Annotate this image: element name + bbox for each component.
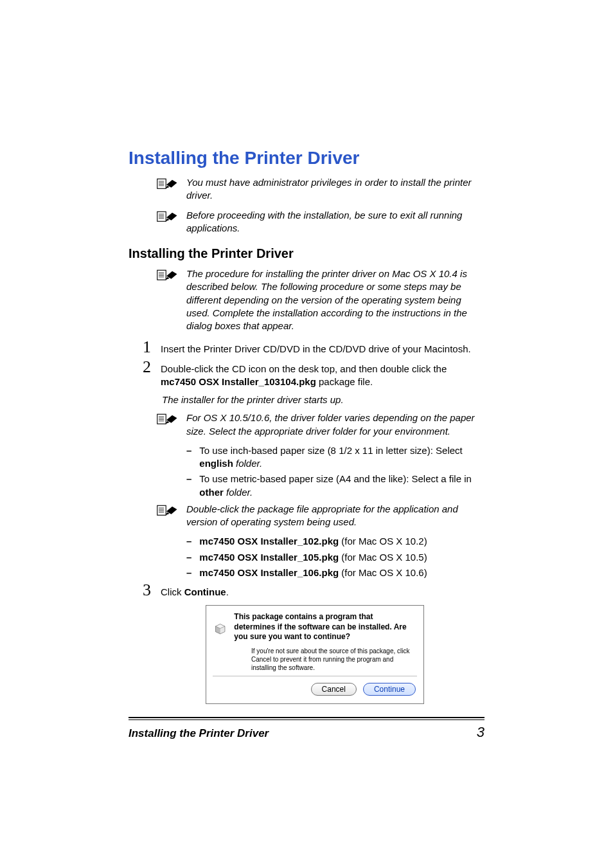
note-icon [157,412,180,425]
note-icon [157,177,180,190]
svg-rect-0 [157,179,166,188]
footer: Installing the Printer Driver 3 [129,717,484,741]
bullet-inch-bold: english [199,458,233,469]
pkg-102-post: (for Mac OS X 10.2) [339,536,427,547]
step-2-post: package file. [316,376,373,387]
bullet-dash: – [186,444,191,457]
note-procedure-text: The procedure for installing the printer… [186,267,484,332]
pkg-106-post: (for Mac OS X 10.6) [339,567,427,578]
step-3-pre: Click [161,586,184,597]
cancel-button[interactable]: Cancel [311,683,357,696]
footer-title: Installing the Printer Driver [129,727,269,740]
step-2: 2 Double-click the CD icon on the desk t… [143,359,484,389]
dialog-subtext: If you're not sure about the source of t… [206,647,423,676]
note-procedure: The procedure for installing the printer… [157,267,484,332]
step-number: 2 [143,359,155,375]
svg-rect-20 [157,505,166,515]
package-icon [214,613,226,643]
bullet-metric-pre: To use metric-based paper size (A4 and t… [199,473,472,484]
bullet-inch-post: folder. [233,458,262,469]
bullet-dash: – [186,535,191,548]
step-2-pkg: mc7450 OSX Installer_103104.pkg [161,376,316,387]
continue-button[interactable]: Continue [363,683,416,696]
svg-rect-5 [157,212,166,221]
step-number: 3 [143,582,155,599]
note-exit: Before proceeding with the installation,… [157,209,484,235]
pkg-105-post: (for Mac OS X 10.5) [339,552,427,563]
step-3-bold: Continue [184,586,226,597]
note-exit-text: Before proceeding with the installation,… [186,209,484,235]
note-admin: You must have administrator privileges i… [157,176,484,203]
pkg-102-bold: mc7450 OSX Installer_102.pkg [199,536,339,547]
step-1: 1 Insert the Printer Driver CD/DVD in th… [143,339,484,356]
step-2-pre: Double-click the CD icon on the desk top… [161,363,447,374]
footer-rule [129,717,484,718]
bullet-pkg-105: – mc7450 OSX Installer_105.pkg (for Mac … [186,551,484,564]
bullet-inch-pre: To use inch-based paper size (8 1/2 x 11… [199,445,462,456]
main-heading: Installing the Printer Driver [129,148,484,168]
bullet-metric: – To use metric-based paper size (A4 and… [186,473,484,499]
svg-rect-15 [157,415,166,424]
note-icon [157,210,180,222]
step-3-post: . [226,586,229,597]
note-osx-105-106: For OS X 10.5/10.6, the driver folder va… [157,411,484,438]
step-3-text: Click Continue. [161,582,229,599]
pkg-105-bold: mc7450 OSX Installer_105.pkg [199,552,339,563]
dialog-title: This package contains a program that det… [234,612,416,643]
pkg-106-bold: mc7450 OSX Installer_106.pkg [199,567,339,578]
bullet-dash: – [186,551,191,564]
bullet-metric-bold: other [199,487,224,498]
svg-rect-10 [157,270,166,280]
note-admin-text: You must have administrator privileges i… [186,176,484,203]
bullet-inch: – To use inch-based paper size (8 1/2 x … [186,444,484,471]
footer-page-number: 3 [477,724,484,741]
bullet-pkg-102: – mc7450 OSX Installer_102.pkg (for Mac … [186,535,484,548]
sub-heading: Installing the Printer Driver [129,246,484,261]
installer-dialog: This package contains a program that det… [206,605,484,704]
note-icon [157,268,180,281]
step-1-text: Insert the Printer Driver CD/DVD in the … [161,339,471,356]
bullet-metric-post: folder. [224,487,253,498]
note-doubleclick-text: Double-click the package file appropriat… [186,503,484,529]
footer-rule [129,719,484,720]
step-3: 3 Click Continue. [143,582,484,599]
bullet-pkg-106: – mc7450 OSX Installer_106.pkg (for Mac … [186,566,484,579]
note-osx-text: For OS X 10.5/10.6, the driver folder va… [186,411,484,438]
step-2-result: The installer for the printer driver sta… [162,393,484,406]
step-number: 1 [143,339,155,356]
note-doubleclick: Double-click the package file appropriat… [157,503,484,529]
step-2-text: Double-click the CD icon on the desk top… [161,359,484,389]
bullet-dash: – [186,566,191,579]
bullet-dash: – [186,473,191,485]
note-icon [157,503,180,516]
